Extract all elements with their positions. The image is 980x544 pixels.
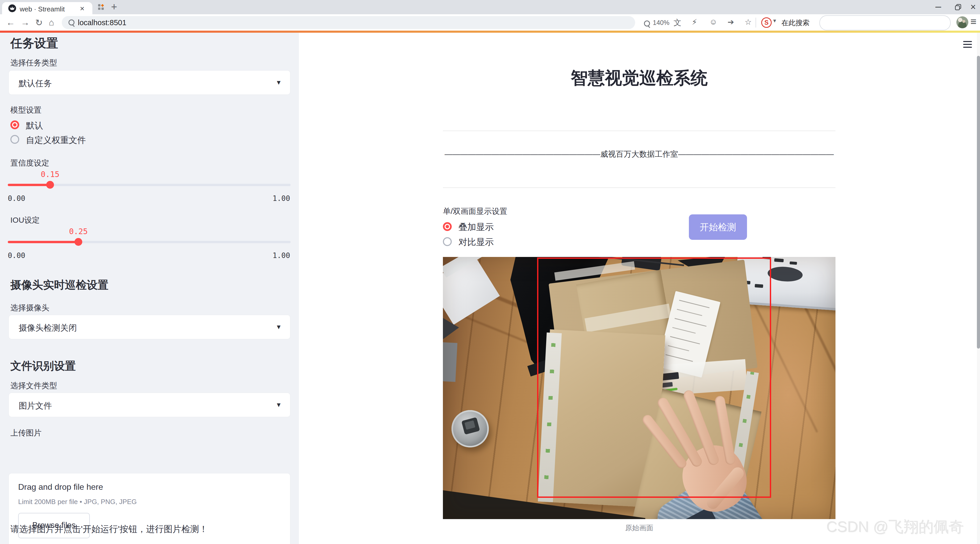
confidence-min: 0.00 <box>8 194 25 203</box>
camera-select-label: 选择摄像头 <box>10 303 49 313</box>
printer-object <box>443 257 500 324</box>
gray-slab <box>443 342 457 382</box>
camera-settings-heading: 摄像头实时巡检设置 <box>10 278 108 292</box>
iou-label: IOU设定 <box>10 215 40 226</box>
browser-tab-strip: web · Streamlit × + – × <box>0 0 980 14</box>
laptop-port <box>789 261 797 265</box>
file-settings-heading: 文件识别设置 <box>10 359 76 373</box>
tab-title: web · Streamlit <box>20 5 65 13</box>
start-detection-button[interactable]: 开始检测 <box>689 215 747 240</box>
window-minimize-button[interactable]: – <box>935 0 941 12</box>
url-text[interactable]: localhost:8501 <box>78 18 126 27</box>
streamlit-favicon-icon <box>8 5 16 12</box>
file-type-select[interactable]: 图片文件 ▼ <box>9 393 290 417</box>
search-here-label[interactable]: 在此搜索 <box>781 18 810 27</box>
radio-compare-display[interactable] <box>443 237 452 246</box>
task-type-label: 选择任务类型 <box>10 57 57 68</box>
browser-menu-icon[interactable]: ≡ <box>970 16 976 27</box>
radio-compare-label[interactable]: 对比显示 <box>458 236 494 248</box>
browser-tab[interactable]: web · Streamlit × <box>2 2 92 14</box>
divider <box>443 188 835 188</box>
sidebar: 任务设置 选择任务类型 默认任务 ▼ 模型设置 默认 自定义权重文件 置信度设定… <box>0 33 299 544</box>
iou-max: 1.00 <box>273 251 290 260</box>
share-icon[interactable]: ➔ <box>727 17 734 27</box>
task-type-value: 默认任务 <box>19 78 52 89</box>
camera-select[interactable]: 摄像头检测关闭 ▼ <box>9 315 290 339</box>
page-title: 智慧视觉巡检系统 <box>443 67 835 90</box>
confidence-slider[interactable] <box>8 184 291 186</box>
display-mode-label: 单/双画面显示设置 <box>443 206 507 217</box>
iou-min: 0.00 <box>8 251 25 260</box>
chevron-down-icon[interactable]: ▾ <box>773 17 776 24</box>
radio-overlay-display[interactable] <box>443 222 452 231</box>
profile-avatar[interactable] <box>956 16 968 28</box>
app-menu-icon[interactable] <box>963 41 972 49</box>
browser-window: web · Streamlit × + – × ← → ↻ ⌂ localhos… <box>0 0 980 544</box>
laptop-hinge <box>767 266 803 282</box>
uploader-limit-text: Limit 200MB per file • JPG, PNG, JPEG <box>18 498 137 506</box>
translate-icon[interactable]: 文 <box>674 17 681 28</box>
iou-slider-thumb[interactable] <box>75 238 82 246</box>
forward-icon[interactable]: → <box>21 17 30 27</box>
confidence-slider-fill <box>8 184 51 186</box>
detection-image <box>443 257 835 519</box>
new-tab-button[interactable]: + <box>111 1 117 13</box>
divider <box>443 130 835 131</box>
zoom-level[interactable]: 140% <box>653 19 670 27</box>
uploader-drag-text: Drag and drop file here <box>18 482 103 492</box>
bookmark-star-icon[interactable]: ☆ <box>745 17 752 27</box>
confidence-slider-thumb[interactable] <box>46 181 54 189</box>
radio-overlay-label[interactable]: 叠加显示 <box>458 221 494 233</box>
chevron-down-icon: ▼ <box>275 79 282 86</box>
task-settings-heading: 任务设置 <box>10 35 58 51</box>
address-bar[interactable]: localhost:8501 <box>62 16 635 29</box>
zoom-icon[interactable] <box>644 21 650 27</box>
studio-divider-text: ————————————————————威视百万大数据工作室——————————… <box>443 149 835 160</box>
toolbar-divider <box>756 17 756 27</box>
home-icon[interactable]: ⌂ <box>49 17 54 27</box>
window-close-button[interactable]: × <box>970 2 976 13</box>
chevron-down-icon: ▼ <box>275 401 282 409</box>
radio-model-custom[interactable] <box>10 135 19 144</box>
file-type-label: 选择文件类型 <box>10 380 57 391</box>
radio-model-default-label[interactable]: 默认 <box>26 120 43 132</box>
window-restore-button[interactable] <box>955 4 962 12</box>
detection-bbox <box>537 258 771 498</box>
iou-slider[interactable] <box>8 241 291 243</box>
emoji-icon[interactable]: ☺ <box>710 17 718 26</box>
confidence-max: 1.00 <box>273 194 290 203</box>
paper-stack <box>443 257 484 277</box>
search-extension-icon[interactable]: S <box>761 17 772 28</box>
iou-value: 0.25 <box>67 227 90 236</box>
streamlit-decoration-bar <box>0 31 980 33</box>
sidebar-hint-text: 请选择图片并点击'开始运行'按钮，进行图片检测！ <box>10 523 208 535</box>
box-flap-gap-shadow <box>631 509 678 519</box>
dark-object <box>443 318 459 339</box>
model-settings-label: 模型设置 <box>10 105 41 116</box>
tab-close-icon[interactable]: × <box>80 4 84 13</box>
csdn-watermark: CSDN @飞翔的佩奇 <box>827 517 964 537</box>
confidence-value: 0.15 <box>38 170 62 179</box>
camera-select-value: 摄像头检测关闭 <box>19 322 77 334</box>
main-content: 智慧视觉巡检系统 ————————————————————威视百万大数据工作室—… <box>299 33 980 544</box>
search-icon <box>68 19 75 25</box>
task-type-select[interactable]: 默认任务 ▼ <box>9 71 290 94</box>
radio-model-default[interactable] <box>10 121 19 129</box>
upload-label: 上传图片 <box>10 428 41 438</box>
chevron-down-icon: ▼ <box>275 323 282 331</box>
browser-toolbar: ← → ↻ ⌂ localhost:8501 140% 文 ⚡ ☺ ➔ ☆ S … <box>0 14 980 31</box>
reload-icon[interactable]: ↻ <box>35 17 43 28</box>
scrollbar-thumb[interactable] <box>977 56 980 348</box>
back-icon[interactable]: ← <box>6 17 15 27</box>
iou-slider-fill <box>8 241 78 243</box>
wood-grain <box>793 284 835 430</box>
tab-group-icon[interactable] <box>97 4 105 12</box>
laptop-port <box>774 258 784 262</box>
file-type-value: 图片文件 <box>19 400 52 412</box>
image-caption: 原始画面 <box>443 523 835 533</box>
bolt-icon[interactable]: ⚡ <box>692 17 697 27</box>
confidence-label: 置信度设定 <box>10 158 49 169</box>
sleeve-shadow <box>663 507 718 519</box>
desk-grommet <box>452 410 489 447</box>
radio-model-custom-label[interactable]: 自定义权重文件 <box>26 134 86 146</box>
